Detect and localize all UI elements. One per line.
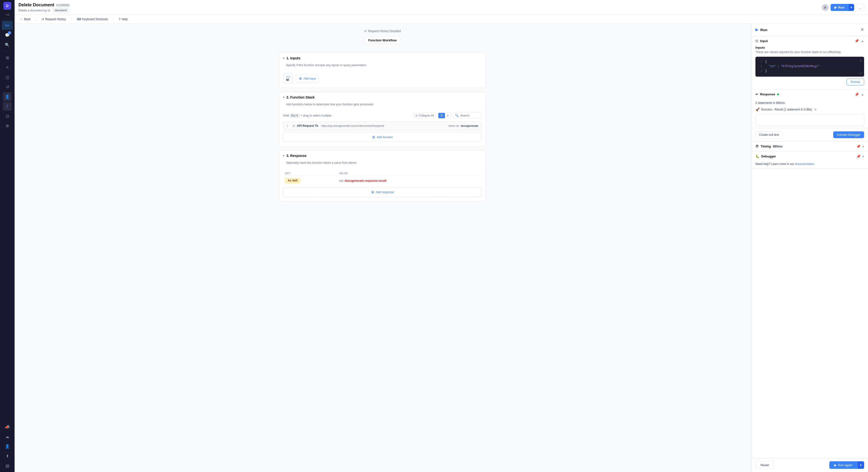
- search-input[interactable]: [460, 114, 480, 117]
- collapse-all-button[interactable]: ⊙ Collapse All: [413, 113, 436, 118]
- notification-badge: 1: [8, 31, 11, 34]
- sidebar-item-dashboard[interactable]: ⊞: [3, 53, 12, 62]
- code-editor: 1 { 2 "id" : "07PlbgJwzbU0ZUKkMxgl": [755, 57, 864, 77]
- page-subtitle: Delete a document by id.: [19, 9, 51, 12]
- sidebar-item-announcements[interactable]: 📣: [3, 422, 12, 431]
- input-panel-section: ⊡ Input 📌 ▲ Inputs These are values requ…: [751, 36, 868, 90]
- timing-icon: ⏱: [755, 145, 758, 148]
- input-collapse-button[interactable]: ▲: [861, 39, 864, 43]
- function-stack-header[interactable]: ▾ 2. Function Stack: [279, 92, 486, 103]
- sidebar-item-settings[interactable]: ⚙: [3, 121, 12, 130]
- run-panel: ▶ Run ✕ ⊡ Input 📌 ▲: [751, 24, 868, 472]
- code-value: "07PlbgJwzbU0ZUKkMxgl": [781, 65, 819, 68]
- avatar: D: [3, 2, 11, 10]
- notice-icon: ↺: [364, 29, 366, 33]
- sidebar-item-history[interactable]: ↺: [3, 83, 12, 91]
- sidebar-item-live[interactable]: live: [2, 21, 13, 30]
- run-again-dropdown-button[interactable]: ▾: [857, 461, 864, 469]
- header: Delete Document #199560 Delete a documen…: [14, 0, 868, 15]
- response-section-header[interactable]: ▾ 3. Response: [279, 150, 486, 161]
- response-chevron-icon: ▾: [283, 154, 284, 157]
- version-badge[interactable]: ⑂v1: [4, 13, 11, 17]
- code-key: "id": [769, 65, 776, 68]
- sidebar-item-users[interactable]: 👤: [3, 92, 12, 101]
- run-again-play-icon: ▶: [834, 463, 837, 467]
- sidebar-item-notification[interactable]: 💬 1: [3, 31, 12, 39]
- sidebar-item-search[interactable]: 🔍: [3, 40, 12, 49]
- input-section-body: Inputs These are values required for you…: [751, 46, 868, 89]
- back-button[interactable]: ← Back: [19, 17, 32, 22]
- input-section-header[interactable]: ⊡ Input 📌 ▲: [751, 36, 868, 46]
- sidebar-item-integrations[interactable]: ☁: [3, 432, 12, 441]
- run-button[interactable]: ▶ Run: [831, 4, 848, 11]
- debugger-collapse-button[interactable]: ▾: [862, 154, 864, 158]
- back-icon: ←: [20, 18, 23, 21]
- timing-value: 880ms: [773, 145, 782, 148]
- keyboard-shortcuts-button[interactable]: ⌨ Keyboard Shortcuts: [75, 17, 109, 22]
- run-again-button[interactable]: ▶ Run again: [829, 461, 857, 469]
- workflow-title: Function Workflow: [364, 37, 401, 44]
- view-toggle: ☰ ≡: [438, 113, 451, 118]
- list-view-button[interactable]: ≡: [445, 113, 451, 118]
- minimize-code-button[interactable]: —: [859, 71, 862, 75]
- sidebar-item-functions[interactable]: ≡: [3, 63, 12, 72]
- help-text: Need help? Learn more in our documentati…: [751, 161, 868, 169]
- sidebar-item-profile[interactable]: 👤: [3, 442, 12, 450]
- debugger-pin-button[interactable]: 📌: [856, 154, 861, 158]
- add-function-button[interactable]: ⊕ Add function: [283, 132, 482, 142]
- create-unit-test-button[interactable]: Create unit test: [755, 131, 782, 139]
- chevron-down-icon: ▾: [850, 6, 852, 9]
- activate-debugger-button[interactable]: Activate Debugger: [833, 131, 864, 138]
- function-stack-chevron-icon: ▾: [283, 96, 284, 99]
- help-button[interactable]: ? Help: [117, 17, 129, 22]
- grid-view-button[interactable]: ☰: [438, 113, 445, 118]
- request-history-button[interactable]: ↺ Request History: [40, 17, 67, 22]
- inputs-section-header[interactable]: ▾ 1. Inputs: [279, 53, 486, 63]
- response-panel-label: Response: [760, 92, 775, 96]
- response-panel-header[interactable]: ↩ Response 📌 ▲: [751, 90, 868, 99]
- debugger-header[interactable]: 🐛 Debugger 📌 ▾: [751, 152, 868, 161]
- page-id: #199560: [56, 3, 69, 7]
- sidebar-item-upload[interactable]: ⬆: [3, 451, 12, 460]
- copy-icon[interactable]: ⊕: [814, 108, 817, 111]
- sidebar-item-func-editor[interactable]: ƒ: [3, 102, 12, 111]
- format-button[interactable]: Format: [847, 79, 864, 85]
- response-actions: Create unit test Activate Debugger: [751, 128, 868, 141]
- workflow-notice: ↺ Request History Disabled: [279, 29, 486, 33]
- run-again-chevron-icon: ▾: [860, 463, 862, 467]
- expand-code-button[interactable]: ⤢: [859, 59, 862, 62]
- bottom-bar: Reset ▶ Run again ▾: [751, 458, 868, 472]
- add-response-button[interactable]: ⊕ Add response: [283, 187, 482, 197]
- more-options-button[interactable]: ...: [856, 4, 864, 11]
- timing-pin-button[interactable]: 📌: [856, 145, 861, 148]
- response-section-title: 3. Response: [286, 154, 306, 158]
- inputs-description: These are values required for your funct…: [755, 50, 864, 54]
- sidebar-item-packages[interactable]: ⊡: [3, 112, 12, 120]
- run-again-group: ▶ Run again ▾: [829, 461, 864, 469]
- sidebar-item-sidebar-toggle[interactable]: ▤: [3, 461, 12, 470]
- sidebar-item-layers[interactable]: ◫: [3, 73, 12, 82]
- function-stack-title: 2. Function Stack: [286, 95, 315, 99]
- pin-button[interactable]: 📌: [855, 39, 859, 43]
- run-dropdown-button[interactable]: ▾: [848, 4, 854, 11]
- timing-label: Timing: [761, 145, 771, 148]
- timing-collapse-button[interactable]: ▾: [862, 145, 864, 148]
- grid-icon: ⊞: [6, 56, 9, 60]
- close-button[interactable]: ✕: [861, 27, 864, 32]
- shift-key: Shift: [290, 114, 300, 118]
- response-collapse-button[interactable]: ▲: [861, 92, 864, 96]
- debugger-panel-section: 🐛 Debugger 📌 ▾ Need help? Learn more in …: [751, 152, 868, 169]
- function-stack-desc: Add functions below to determine how you…: [279, 103, 486, 110]
- key-header: KEY: [283, 171, 337, 176]
- workflow-area: ↺ Request History Disabled Function Work…: [14, 24, 750, 472]
- documentation-link[interactable]: documentation: [795, 162, 814, 166]
- input-section-label: Input: [760, 39, 768, 43]
- function-row[interactable]: 1 ⊙ API Request To https://api.docugener…: [283, 121, 482, 130]
- response-pin-button[interactable]: 📌: [855, 92, 859, 96]
- add-response-icon: ⊕: [371, 190, 374, 195]
- reset-button[interactable]: Reset: [755, 461, 774, 469]
- user-avatar: D: [822, 4, 829, 11]
- debugger-label: Debugger: [761, 154, 776, 158]
- add-input-button[interactable]: ⊕ Add input: [296, 74, 319, 83]
- timing-header[interactable]: ⏱ Timing 880ms 📌 ▾: [751, 142, 868, 151]
